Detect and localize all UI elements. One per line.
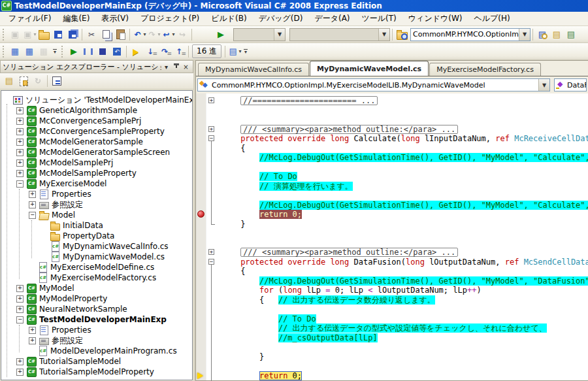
step-out-button[interactable] (172, 44, 186, 59)
breakpoints-window-button[interactable] (8, 44, 22, 59)
menu-file[interactable]: ファイル(F) (3, 12, 57, 25)
breakpoint-icon[interactable] (197, 210, 204, 218)
pause-button[interactable] (81, 44, 95, 59)
expand-icon[interactable]: + (29, 327, 36, 334)
chevron-down-icon[interactable]: ▼ (519, 29, 530, 41)
expand-icon[interactable]: + (16, 285, 24, 292)
tree-item-mymodel[interactable]: +MyModel (1, 283, 192, 293)
expand-icon[interactable]: + (16, 107, 24, 114)
step-over-button[interactable] (157, 44, 172, 59)
menu-window[interactable]: ウィンドウ(W) (402, 12, 468, 25)
view-class-diagram-button[interactable] (50, 74, 64, 88)
tree-item-tutorialsamplemodelproperty[interactable]: +TutorialSampleModelProperty (1, 367, 192, 377)
tree-item-[interactable]: +参照設定 (1, 199, 192, 210)
outline-margin[interactable]: +++−− (206, 93, 217, 380)
tree-item-modeldevelopermainprogram-cs[interactable]: ModelDeveloperMainProgram.cs (1, 346, 192, 356)
collapsed-region[interactable]: /// <summary><para>method outline:</para… (240, 248, 458, 257)
code-text[interactable]: //====================== ... /// <summar… (217, 93, 588, 380)
collapsed-region[interactable]: //====================== ... (240, 96, 378, 105)
toolbar-grip[interactable] (2, 46, 5, 58)
expand-icon[interactable]: + (16, 358, 24, 365)
tab-mydynamicwavemodel[interactable]: MyDynamicWaveModel.cs (310, 61, 429, 76)
toolbar-grip[interactable] (2, 29, 5, 41)
expand-region-icon[interactable]: + (208, 97, 214, 103)
chevron-down-icon[interactable]: ▼ (538, 79, 549, 91)
tree-item-mcmodelgeneratorsamplescreen[interactable]: +McModelGeneratorSampleScreen (1, 147, 192, 157)
menu-project[interactable]: プロジェクト(P) (135, 12, 205, 25)
copy-button[interactable] (99, 27, 113, 42)
expand-icon[interactable]: + (16, 139, 24, 146)
save-button[interactable] (51, 27, 65, 42)
collapse-icon[interactable]: − (16, 316, 24, 323)
breakpoint-margin[interactable] (196, 93, 206, 380)
search-combo[interactable]: CommonMP.HYMCO.OptionImpl.M▼ (410, 28, 531, 41)
expand-icon[interactable]: + (29, 337, 36, 344)
class-combo[interactable]: CommonMP.HYMCO.OptionImpl.MyExerciseMode… (197, 78, 550, 91)
tree-item-mcmodelgeneratorsample[interactable]: +McModelGeneratorSample (1, 137, 192, 147)
stop-debug-button[interactable] (95, 44, 110, 59)
search-folder-button[interactable] (395, 27, 409, 42)
expand-icon[interactable]: + (16, 149, 24, 156)
chevron-down-icon[interactable]: ▾ (143, 31, 146, 37)
expand-icon[interactable]: + (16, 369, 24, 376)
output-window-button[interactable]: ▾ (227, 44, 242, 59)
expand-icon[interactable]: + (16, 306, 24, 313)
menu-build[interactable]: ビルド(B) (205, 12, 252, 25)
tree-item-model[interactable]: −Model (1, 210, 192, 220)
step-into-button[interactable] (143, 44, 157, 59)
collapsed-region[interactable]: /// <summary><para>method outline:</para… (240, 125, 458, 134)
start-debug-button[interactable] (214, 27, 228, 42)
undo-button[interactable]: ▾ (132, 27, 146, 42)
expand-icon[interactable]: + (16, 128, 24, 135)
tab-mydynamicwavecalinfo[interactable]: MyDynamicWaveCalInfo.cs (198, 63, 309, 76)
tree-item-properties[interactable]: +Properties (1, 189, 192, 199)
expand-icon[interactable]: + (29, 201, 36, 208)
tree-item-testmodeldevelopermainexp-14[interactable]: ソリューション 'TestModelDeveloperMainExp' (14 … (1, 95, 192, 105)
chevron-down-icon[interactable]: ▾ (33, 31, 36, 37)
tree-item-mcmodelsampleproperty[interactable]: +McModelSampleProperty (1, 168, 192, 178)
menu-debug[interactable]: デバッグ(D) (253, 12, 309, 25)
expand-icon[interactable]: + (16, 118, 24, 125)
show-all-files-button[interactable] (16, 74, 31, 88)
collapse-icon[interactable]: − (29, 212, 36, 219)
tree-item-initialdata[interactable]: InitialData (1, 220, 192, 231)
collapse-region-icon[interactable]: − (208, 135, 214, 141)
pin-button[interactable] (171, 62, 181, 71)
member-combo[interactable]: DataFusion (554, 78, 587, 91)
tree-item-tutorialsamplemodel[interactable]: +TutorialSampleModel (1, 356, 192, 367)
menu-view[interactable]: 表示(V) (95, 12, 135, 25)
toolbar-overflow-icon[interactable] (242, 46, 250, 58)
expand-icon[interactable]: + (16, 295, 24, 303)
tree-item-propertydata[interactable]: PropertyData (1, 231, 192, 241)
open-file-button[interactable] (37, 27, 51, 42)
chevron-down-icon[interactable]: ▾ (157, 31, 160, 37)
close-button[interactable]: × (181, 62, 191, 71)
tree-item-mydynamicwavecalinfo-cs[interactable]: MyDynamicWaveCalInfo.cs (1, 241, 192, 252)
collapse-region-icon[interactable]: − (208, 259, 214, 265)
tree-item-properties[interactable]: +Properties (1, 325, 192, 335)
navigate-back-button[interactable]: ▾ (161, 27, 175, 42)
expand-icon[interactable]: + (29, 191, 36, 198)
hex-display-button[interactable]: 16 進 (192, 44, 221, 58)
tree-item-testmodeldevelopermainexp[interactable]: −TestModelDeveloperMainExp (1, 314, 192, 325)
tree-item-mydynamicwavemodel-cs[interactable]: MyDynamicWaveModel.cs (1, 252, 192, 262)
cut-button[interactable] (84, 27, 99, 42)
immediate-window-button[interactable] (22, 44, 37, 59)
tree-item-mcmodelsampleprj[interactable]: +McModelSamplePrj (1, 157, 192, 168)
solution-tree[interactable]: ソリューション 'TestModelDeveloperMainExp' (14 … (1, 90, 193, 380)
expand-icon[interactable]: + (16, 170, 24, 177)
restart-button[interactable] (110, 44, 124, 59)
tree-item-mcconvergencesampleproperty[interactable]: +McConvergenceSampleProperty (1, 126, 192, 137)
menu-tools[interactable]: ツール(T) (356, 12, 402, 25)
tree-item-myexercisemodeldefine-cs[interactable]: MyExerciseModelDefine.cs (1, 262, 192, 273)
properties-window-button[interactable] (549, 27, 564, 42)
expand-region-icon[interactable]: + (208, 249, 214, 255)
continue-button[interactable] (67, 44, 81, 59)
tab-myexercisemodelfactory[interactable]: MyExerciseModelFactory.cs (429, 63, 541, 76)
save-all-button[interactable] (65, 27, 80, 42)
paste-button[interactable] (113, 27, 127, 42)
window-menu-button[interactable]: ▾ (161, 62, 171, 71)
object-browser-button[interactable] (564, 27, 578, 42)
tree-item-neuralnetworksample[interactable]: +NeuralNetworkSample (1, 304, 192, 314)
toolbar-overflow-icon[interactable] (51, 46, 59, 58)
